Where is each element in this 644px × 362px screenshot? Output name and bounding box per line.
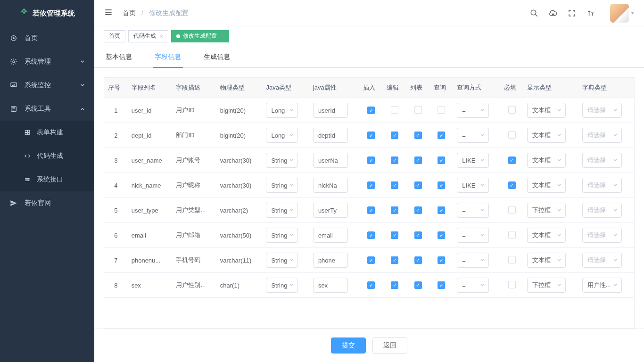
checkbox[interactable]: [508, 281, 516, 288]
java-attr-input[interactable]: [313, 103, 348, 118]
checkbox[interactable]: [438, 181, 445, 189]
select[interactable]: =: [457, 103, 489, 118]
select[interactable]: Long: [266, 128, 298, 143]
select[interactable]: 下拉框: [527, 278, 566, 293]
java-attr-input[interactable]: [313, 153, 348, 168]
checkbox[interactable]: [391, 231, 398, 239]
sidebar-item-system-mgmt[interactable]: 系统管理: [0, 50, 94, 74]
select[interactable]: =: [457, 278, 489, 293]
inner-tab-basic[interactable]: 基本信息: [104, 53, 134, 67]
user-menu[interactable]: [610, 4, 635, 23]
search-icon[interactable]: [530, 9, 538, 17]
select[interactable]: 文本框: [527, 128, 566, 143]
checkbox[interactable]: [414, 156, 422, 164]
sidebar-item-official-site[interactable]: 若依官网: [0, 191, 94, 215]
sidebar-subitem-form[interactable]: 表单构建: [0, 121, 94, 144]
select[interactable]: 下拉框: [527, 203, 566, 218]
checkbox[interactable]: [414, 132, 422, 139]
java-attr-input[interactable]: [313, 203, 348, 218]
checkbox[interactable]: [438, 132, 445, 139]
sidebar-item-home[interactable]: 首页: [0, 26, 94, 50]
fields-table-wrap[interactable]: 序号字段列名字段描述物理类型Java类型java属性插入编辑列表查询查询方式必填…: [104, 77, 635, 329]
checkbox[interactable]: [367, 256, 375, 264]
cloud-download-icon[interactable]: [549, 9, 557, 17]
checkbox[interactable]: [508, 106, 516, 114]
tab-edit-gen-config[interactable]: 修改生成配置 ×: [171, 30, 229, 42]
select[interactable]: String: [266, 253, 298, 268]
select[interactable]: 请选择: [582, 178, 622, 193]
back-button[interactable]: 返回: [372, 337, 407, 354]
select[interactable]: LIKE: [457, 153, 489, 168]
checkbox[interactable]: [367, 231, 375, 239]
checkbox[interactable]: [438, 281, 445, 289]
java-attr-input[interactable]: [313, 228, 348, 243]
select[interactable]: 文本框: [527, 178, 566, 193]
checkbox[interactable]: [508, 181, 516, 189]
select[interactable]: 请选择: [582, 153, 622, 168]
checkbox[interactable]: [367, 156, 375, 164]
checkbox[interactable]: [438, 156, 445, 164]
select[interactable]: String: [266, 278, 298, 293]
checkbox[interactable]: [367, 281, 375, 289]
checkbox[interactable]: [391, 156, 398, 164]
select[interactable]: String: [266, 178, 298, 193]
java-attr-input[interactable]: [313, 278, 348, 293]
checkbox[interactable]: [414, 106, 422, 114]
close-icon[interactable]: ×: [221, 33, 224, 40]
checkbox[interactable]: [508, 206, 516, 214]
select[interactable]: =: [457, 253, 489, 268]
checkbox[interactable]: [414, 281, 422, 289]
tab-code-gen[interactable]: 代码生成 ×: [128, 30, 168, 42]
submit-button[interactable]: 提交: [331, 337, 366, 354]
select[interactable]: 文本框: [527, 103, 566, 118]
select[interactable]: =: [457, 228, 489, 243]
java-attr-input[interactable]: [313, 178, 348, 193]
select[interactable]: 用户性...: [582, 278, 622, 293]
select[interactable]: 文本框: [527, 253, 566, 268]
checkbox[interactable]: [367, 206, 375, 214]
tab-home[interactable]: 首页: [104, 30, 125, 42]
fullscreen-icon[interactable]: [568, 9, 576, 17]
sidebar-item-system-tools[interactable]: 系统工具: [0, 97, 94, 121]
checkbox[interactable]: [391, 206, 398, 214]
select[interactable]: String: [266, 153, 298, 168]
checkbox[interactable]: [414, 256, 422, 264]
checkbox[interactable]: [391, 256, 398, 264]
checkbox[interactable]: [508, 256, 516, 263]
sidebar-item-system-monitor[interactable]: 系统监控: [0, 74, 94, 97]
select[interactable]: String: [266, 203, 298, 218]
checkbox[interactable]: [391, 281, 398, 289]
select[interactable]: 请选择: [582, 128, 622, 143]
inner-tab-gen[interactable]: 生成信息: [202, 53, 232, 67]
java-attr-input[interactable]: [313, 253, 348, 268]
select[interactable]: 文本框: [527, 228, 566, 243]
checkbox[interactable]: [508, 131, 516, 139]
select[interactable]: =: [457, 203, 489, 218]
checkbox[interactable]: [508, 231, 516, 239]
select[interactable]: 请选择: [582, 103, 622, 118]
checkbox[interactable]: [391, 132, 398, 139]
checkbox[interactable]: [438, 106, 445, 114]
checkbox[interactable]: [414, 206, 422, 214]
checkbox[interactable]: [414, 231, 422, 239]
font-size-icon[interactable]: [586, 9, 595, 17]
checkbox[interactable]: [391, 181, 398, 189]
checkbox[interactable]: [367, 132, 375, 139]
select[interactable]: 请选择: [582, 228, 622, 243]
sidebar-toggle-button[interactable]: [104, 8, 113, 19]
sidebar-subitem-api[interactable]: 系统接口: [0, 168, 94, 191]
checkbox[interactable]: [391, 106, 398, 114]
select[interactable]: LIKE: [457, 178, 489, 193]
checkbox[interactable]: [508, 156, 516, 164]
breadcrumb-home[interactable]: 首页: [123, 9, 136, 16]
close-icon[interactable]: ×: [160, 33, 163, 40]
checkbox[interactable]: [438, 231, 445, 239]
select[interactable]: 请选择: [582, 253, 622, 268]
select[interactable]: String: [266, 228, 298, 243]
java-attr-input[interactable]: [313, 128, 348, 143]
select[interactable]: 请选择: [582, 203, 622, 218]
sidebar-subitem-code[interactable]: 代码生成: [0, 144, 94, 168]
select[interactable]: 文本框: [527, 153, 566, 168]
checkbox[interactable]: [438, 256, 445, 264]
checkbox[interactable]: [367, 107, 375, 114]
